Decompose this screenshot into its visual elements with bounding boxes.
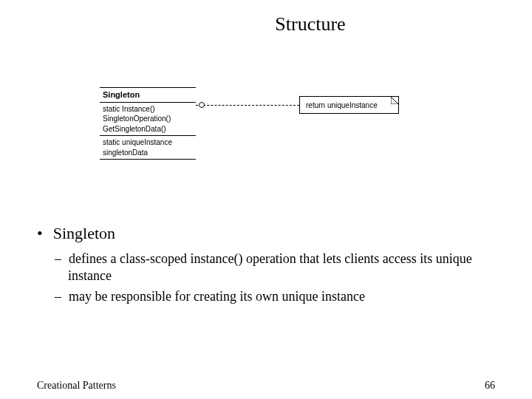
uml-diagram: Singleton static Instance() SingletonOpe… (100, 87, 432, 191)
slide: Structure Singleton static Instance() Si… (0, 13, 532, 399)
bullet-l2a-text: defines a class-scoped instance() operat… (68, 251, 472, 283)
note-fold-icon (391, 97, 398, 104)
uml-note: return uniqueInstance (299, 96, 399, 114)
footer: Creational Patterns 66 (37, 380, 495, 392)
page-number: 66 (485, 380, 495, 392)
uml-attr-1: static uniqueInstance (103, 137, 193, 148)
uml-name-section: Singleton (100, 87, 196, 103)
uml-ops-section: static Instance() SingletonOperation() G… (100, 103, 196, 137)
bullet-l2b-text: may be responsible for creating its own … (69, 289, 365, 304)
uml-class-box: Singleton static Instance() SingletonOpe… (100, 87, 196, 160)
bullet-content: Singleton defines a class-scoped instanc… (37, 224, 502, 310)
uml-attr-2: singletonData (103, 148, 193, 158)
uml-connector (196, 105, 299, 106)
uml-connector-endpoint (199, 102, 205, 108)
uml-op-2: SingletonOperation() (103, 114, 193, 124)
bullet-responsible: may be responsible for creating its own … (68, 288, 502, 305)
uml-op-3: GetSingletonData() (103, 124, 193, 134)
uml-attrs-section: static uniqueInstance singletonData (100, 136, 196, 160)
svg-line-0 (391, 97, 398, 104)
bullet-defines: defines a class-scoped instance() operat… (68, 250, 502, 284)
uml-note-text: return uniqueInstance (306, 101, 378, 109)
footer-section: Creational Patterns (37, 380, 116, 392)
bullet-l1-text: Singleton (53, 224, 115, 242)
bullet-singleton: Singleton (37, 224, 502, 243)
uml-class-name: Singleton (103, 89, 193, 100)
uml-op-1: static Instance() (103, 104, 193, 115)
slide-title: Structure (89, 13, 532, 35)
